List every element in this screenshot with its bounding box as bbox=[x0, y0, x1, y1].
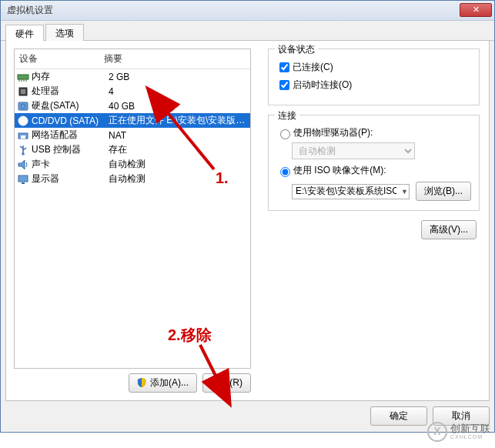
tabs-row: 硬件 选项 bbox=[1, 21, 494, 41]
header-summary: 摘要 bbox=[104, 52, 250, 65]
nic-icon bbox=[17, 129, 29, 142]
add-button[interactable]: 添加(A)... bbox=[129, 373, 197, 393]
header-device: 设备 bbox=[19, 52, 104, 65]
device-summary: 正在使用文件 E:\安装包\安装版系统... bbox=[109, 114, 250, 127]
advanced-row: 高级(V)... bbox=[268, 220, 480, 239]
device-row[interactable]: 处理器4 bbox=[15, 84, 250, 99]
device-row[interactable]: 硬盘(SATA)40 GB bbox=[15, 99, 250, 113]
svg-rect-19 bbox=[22, 182, 25, 184]
display-icon bbox=[17, 173, 29, 186]
connected-row[interactable]: 已连接(C) bbox=[276, 60, 471, 75]
cpu-icon bbox=[17, 85, 29, 98]
iso-row: ▼ 浏览(B)... bbox=[292, 182, 471, 201]
device-status-group: 设备状态 已连接(C) 启动时连接(O) bbox=[268, 48, 480, 105]
iso-path-combo[interactable]: ▼ bbox=[292, 184, 410, 199]
connection-group: 连接 使用物理驱动器(P): 自动检测 使用 ISO 映像文件(M): bbox=[268, 115, 480, 211]
device-summary: NAT bbox=[109, 130, 250, 141]
device-name: 网络适配器 bbox=[32, 129, 109, 142]
browse-button[interactable]: 浏览(B)... bbox=[416, 182, 471, 201]
vm-settings-window: 虚拟机设置 ✕ 硬件 选项 设备 摘要 内存2 GB处理器4硬盘(SATA)40… bbox=[0, 0, 495, 433]
physical-select-wrap: 自动检测 bbox=[292, 142, 471, 159]
device-summary: 2 GB bbox=[109, 72, 250, 82]
device-name: USB 控制器 bbox=[32, 143, 109, 156]
iso-path-input[interactable] bbox=[292, 184, 410, 199]
ok-button[interactable]: 确定 bbox=[370, 406, 427, 426]
cancel-button[interactable]: 取消 bbox=[433, 406, 490, 426]
use-physical-radio[interactable] bbox=[280, 129, 290, 139]
device-list-header: 设备 摘要 bbox=[15, 49, 250, 69]
physical-drive-select: 自动检测 bbox=[292, 142, 415, 159]
use-iso-label: 使用 ISO 映像文件(M): bbox=[293, 164, 386, 177]
device-row[interactable]: 显示器自动检测 bbox=[15, 172, 250, 186]
usb-icon bbox=[17, 144, 29, 156]
device-name: CD/DVD (SATA) bbox=[32, 115, 109, 126]
device-summary: 自动检测 bbox=[109, 158, 250, 171]
device-row[interactable]: 声卡自动检测 bbox=[15, 157, 250, 172]
device-name: 硬盘(SATA) bbox=[32, 99, 109, 112]
svg-rect-12 bbox=[21, 135, 25, 139]
sound-icon bbox=[17, 159, 29, 171]
svg-marker-17 bbox=[18, 160, 25, 169]
shield-icon bbox=[137, 378, 146, 387]
connected-checkbox[interactable] bbox=[279, 62, 289, 72]
device-summary: 40 GB bbox=[109, 101, 250, 112]
device-name: 内存 bbox=[32, 70, 109, 83]
left-buttons: 添加(A)... 移除(R) bbox=[14, 373, 251, 393]
connect-on-start-row[interactable]: 启动时连接(O) bbox=[276, 78, 471, 92]
device-row[interactable]: USB 控制器存在 bbox=[15, 142, 250, 157]
content-area: 设备 摘要 内存2 GB处理器4硬盘(SATA)40 GBCD/DVD (SAT… bbox=[5, 41, 490, 401]
bottom-bar: 确定 取消 bbox=[5, 406, 490, 426]
connection-title: 连接 bbox=[275, 109, 299, 122]
device-name: 声卡 bbox=[32, 158, 109, 171]
chevron-down-icon[interactable]: ▼ bbox=[401, 188, 408, 196]
connect-on-start-checkbox[interactable] bbox=[279, 80, 289, 90]
device-status-title: 设备状态 bbox=[275, 43, 318, 56]
device-name: 显示器 bbox=[32, 172, 109, 186]
device-summary: 存在 bbox=[109, 143, 250, 156]
device-rows: 内存2 GB处理器4硬盘(SATA)40 GBCD/DVD (SATA)正在使用… bbox=[15, 69, 250, 368]
close-button[interactable]: ✕ bbox=[460, 3, 492, 17]
device-row[interactable]: CD/DVD (SATA)正在使用文件 E:\安装包\安装版系统... bbox=[15, 113, 250, 128]
use-physical-label: 使用物理驱动器(P): bbox=[293, 126, 373, 139]
watermark-sub: CXHLCOM bbox=[450, 434, 490, 440]
device-name: 处理器 bbox=[32, 85, 109, 98]
memory-icon bbox=[17, 71, 29, 83]
use-physical-row[interactable]: 使用物理驱动器(P): bbox=[276, 126, 471, 139]
titlebar: 虚拟机设置 ✕ bbox=[1, 1, 494, 21]
svg-point-10 bbox=[22, 119, 25, 122]
use-iso-radio[interactable] bbox=[280, 167, 290, 177]
device-row[interactable]: 网络适配器NAT bbox=[15, 128, 250, 142]
right-panel: 设备状态 已连接(C) 启动时连接(O) 连接 使用物理驱动器(P): bbox=[259, 41, 489, 400]
svg-rect-18 bbox=[18, 176, 28, 182]
remove-button[interactable]: 移除(R) bbox=[202, 373, 251, 393]
device-list: 设备 摘要 内存2 GB处理器4硬盘(SATA)40 GBCD/DVD (SAT… bbox=[14, 48, 251, 369]
device-row[interactable]: 内存2 GB bbox=[15, 69, 250, 84]
connect-on-start-label: 启动时连接(O) bbox=[293, 79, 352, 92]
hdd-icon bbox=[17, 100, 29, 112]
device-summary: 自动检测 bbox=[109, 172, 250, 186]
cd-icon bbox=[17, 115, 29, 127]
window-title: 虚拟机设置 bbox=[7, 4, 53, 17]
left-panel: 设备 摘要 内存2 GB处理器4硬盘(SATA)40 GBCD/DVD (SAT… bbox=[6, 41, 259, 400]
device-summary: 4 bbox=[109, 86, 250, 97]
svg-rect-6 bbox=[21, 89, 25, 94]
advanced-button[interactable]: 高级(V)... bbox=[421, 220, 477, 239]
connected-label: 已连接(C) bbox=[293, 61, 333, 74]
svg-rect-0 bbox=[18, 75, 28, 79]
use-iso-row[interactable]: 使用 ISO 映像文件(M): bbox=[276, 164, 471, 177]
